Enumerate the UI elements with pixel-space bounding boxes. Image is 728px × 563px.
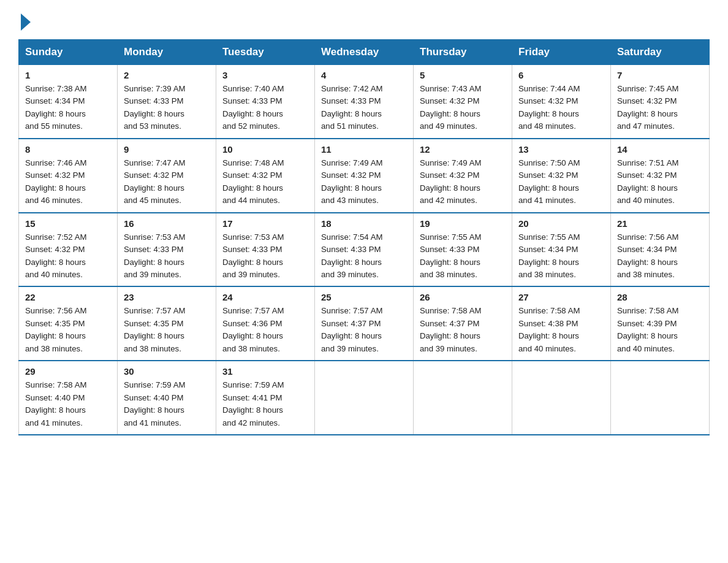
calendar-cell: 5 Sunrise: 7:43 AM Sunset: 4:32 PM Dayli… [414,65,512,139]
day-info: Sunrise: 7:55 AM Sunset: 4:33 PM Dayligh… [420,231,506,282]
day-info: Sunrise: 7:57 AM Sunset: 4:37 PM Dayligh… [321,305,407,355]
day-info: Sunrise: 7:45 AM Sunset: 4:32 PM Dayligh… [617,83,703,133]
calendar-table: SundayMondayTuesdayWednesdayThursdayFrid… [18,39,710,435]
day-info: Sunrise: 7:42 AM Sunset: 4:33 PM Dayligh… [321,83,407,133]
calendar-cell: 7 Sunrise: 7:45 AM Sunset: 4:32 PM Dayli… [611,65,710,139]
calendar-cell [414,361,512,435]
calendar-week-row: 8 Sunrise: 7:46 AM Sunset: 4:32 PM Dayli… [19,139,710,213]
calendar-cell [611,361,710,435]
day-info: Sunrise: 7:59 AM Sunset: 4:41 PM Dayligh… [222,379,308,429]
day-info: Sunrise: 7:55 AM Sunset: 4:34 PM Dayligh… [518,231,604,282]
day-info: Sunrise: 7:58 AM Sunset: 4:40 PM Dayligh… [25,379,111,429]
day-number: 20 [518,218,604,229]
day-number: 3 [222,70,308,80]
day-info: Sunrise: 7:54 AM Sunset: 4:33 PM Dayligh… [321,231,407,282]
day-info: Sunrise: 7:43 AM Sunset: 4:32 PM Dayligh… [420,83,506,133]
day-info: Sunrise: 7:39 AM Sunset: 4:33 PM Dayligh… [124,83,210,133]
calendar-cell: 25 Sunrise: 7:57 AM Sunset: 4:37 PM Dayl… [315,286,414,361]
day-number: 1 [25,70,111,80]
day-number: 14 [617,144,703,155]
day-number: 21 [617,218,703,229]
day-number: 22 [25,292,111,302]
day-number: 11 [321,144,407,155]
day-number: 12 [420,144,506,155]
day-info: Sunrise: 7:52 AM Sunset: 4:32 PM Dayligh… [25,231,111,282]
day-number: 24 [222,292,308,302]
day-number: 6 [518,70,604,80]
day-info: Sunrise: 7:50 AM Sunset: 4:32 PM Dayligh… [518,157,604,207]
day-number: 10 [222,144,308,155]
calendar-cell: 16 Sunrise: 7:53 AM Sunset: 4:33 PM Dayl… [118,213,216,287]
calendar-cell: 14 Sunrise: 7:51 AM Sunset: 4:32 PM Dayl… [611,139,710,213]
calendar-cell: 3 Sunrise: 7:40 AM Sunset: 4:33 PM Dayli… [216,65,315,139]
calendar-cell: 10 Sunrise: 7:48 AM Sunset: 4:32 PM Dayl… [216,139,315,213]
day-number: 8 [25,144,111,155]
day-number: 31 [222,366,308,377]
day-info: Sunrise: 7:47 AM Sunset: 4:32 PM Dayligh… [124,157,210,207]
calendar-cell: 19 Sunrise: 7:55 AM Sunset: 4:33 PM Dayl… [414,213,512,287]
calendar-cell: 21 Sunrise: 7:56 AM Sunset: 4:34 PM Dayl… [611,213,710,287]
day-info: Sunrise: 7:53 AM Sunset: 4:33 PM Dayligh… [222,231,308,282]
calendar-cell: 8 Sunrise: 7:46 AM Sunset: 4:32 PM Dayli… [19,139,118,213]
day-number: 26 [420,292,506,302]
calendar-week-row: 29 Sunrise: 7:58 AM Sunset: 4:40 PM Dayl… [19,361,710,435]
column-header-wednesday: Wednesday [315,40,414,65]
calendar-cell: 24 Sunrise: 7:57 AM Sunset: 4:36 PM Dayl… [216,286,315,361]
calendar-cell: 4 Sunrise: 7:42 AM Sunset: 4:33 PM Dayli… [315,65,414,139]
day-info: Sunrise: 7:40 AM Sunset: 4:33 PM Dayligh… [222,83,308,133]
day-number: 5 [420,70,506,80]
calendar-cell: 26 Sunrise: 7:58 AM Sunset: 4:37 PM Dayl… [414,286,512,361]
day-number: 23 [124,292,210,302]
day-info: Sunrise: 7:51 AM Sunset: 4:32 PM Dayligh… [617,157,703,207]
logo [18,12,31,28]
day-number: 27 [518,292,604,302]
calendar-cell: 17 Sunrise: 7:53 AM Sunset: 4:33 PM Dayl… [216,213,315,287]
calendar-cell: 15 Sunrise: 7:52 AM Sunset: 4:32 PM Dayl… [19,213,118,287]
calendar-cell: 2 Sunrise: 7:39 AM Sunset: 4:33 PM Dayli… [118,65,216,139]
calendar-cell: 28 Sunrise: 7:58 AM Sunset: 4:39 PM Dayl… [611,286,710,361]
page-header [18,12,710,28]
calendar-week-row: 1 Sunrise: 7:38 AM Sunset: 4:34 PM Dayli… [19,65,710,139]
day-number: 7 [617,70,703,80]
day-info: Sunrise: 7:48 AM Sunset: 4:32 PM Dayligh… [222,157,308,207]
day-info: Sunrise: 7:58 AM Sunset: 4:38 PM Dayligh… [518,305,604,355]
day-info: Sunrise: 7:57 AM Sunset: 4:35 PM Dayligh… [124,305,210,355]
calendar-cell: 22 Sunrise: 7:56 AM Sunset: 4:35 PM Dayl… [19,286,118,361]
day-info: Sunrise: 7:53 AM Sunset: 4:33 PM Dayligh… [124,231,210,282]
calendar-cell: 27 Sunrise: 7:58 AM Sunset: 4:38 PM Dayl… [512,286,611,361]
calendar-cell [512,361,611,435]
day-number: 13 [518,144,604,155]
day-number: 25 [321,292,407,302]
logo-arrow-icon [21,13,31,31]
calendar-cell: 1 Sunrise: 7:38 AM Sunset: 4:34 PM Dayli… [19,65,118,139]
column-header-monday: Monday [118,40,216,65]
column-header-sunday: Sunday [19,40,118,65]
day-number: 29 [25,366,111,377]
day-number: 28 [617,292,703,302]
day-info: Sunrise: 7:56 AM Sunset: 4:34 PM Dayligh… [617,231,703,282]
day-number: 18 [321,218,407,229]
calendar-cell: 29 Sunrise: 7:58 AM Sunset: 4:40 PM Dayl… [19,361,118,435]
column-header-thursday: Thursday [414,40,512,65]
day-number: 19 [420,218,506,229]
day-info: Sunrise: 7:56 AM Sunset: 4:35 PM Dayligh… [25,305,111,355]
calendar-cell: 18 Sunrise: 7:54 AM Sunset: 4:33 PM Dayl… [315,213,414,287]
calendar-cell: 30 Sunrise: 7:59 AM Sunset: 4:40 PM Dayl… [118,361,216,435]
day-number: 17 [222,218,308,229]
day-number: 15 [25,218,111,229]
calendar-cell: 11 Sunrise: 7:49 AM Sunset: 4:32 PM Dayl… [315,139,414,213]
day-info: Sunrise: 7:38 AM Sunset: 4:34 PM Dayligh… [25,83,111,133]
calendar-cell: 31 Sunrise: 7:59 AM Sunset: 4:41 PM Dayl… [216,361,315,435]
day-info: Sunrise: 7:58 AM Sunset: 4:37 PM Dayligh… [420,305,506,355]
column-header-friday: Friday [512,40,611,65]
calendar-cell: 12 Sunrise: 7:49 AM Sunset: 4:32 PM Dayl… [414,139,512,213]
calendar-header-row: SundayMondayTuesdayWednesdayThursdayFrid… [19,40,710,65]
day-info: Sunrise: 7:44 AM Sunset: 4:32 PM Dayligh… [518,83,604,133]
calendar-cell: 23 Sunrise: 7:57 AM Sunset: 4:35 PM Dayl… [118,286,216,361]
day-number: 30 [124,366,210,377]
day-info: Sunrise: 7:58 AM Sunset: 4:39 PM Dayligh… [617,305,703,355]
day-number: 2 [124,70,210,80]
column-header-tuesday: Tuesday [216,40,315,65]
calendar-week-row: 22 Sunrise: 7:56 AM Sunset: 4:35 PM Dayl… [19,286,710,361]
day-number: 9 [124,144,210,155]
